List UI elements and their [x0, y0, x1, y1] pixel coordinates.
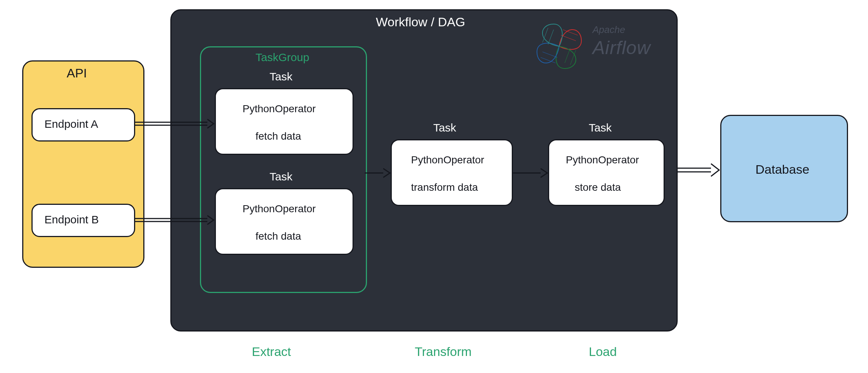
- stage-load: Load: [589, 344, 617, 359]
- svg-line-7: [548, 30, 554, 44]
- task-transform-action: transform data: [411, 181, 478, 193]
- database-title: Database: [755, 162, 809, 177]
- stage-transform: Transform: [415, 344, 472, 359]
- task-fetch-b-operator: PythonOperator: [243, 203, 316, 215]
- task-fetch-a-action: fetch data: [256, 130, 301, 142]
- task-fetch-b: [215, 188, 354, 255]
- airflow-logo-brand-top: Apache: [592, 24, 625, 36]
- airflow-logo-brand-bottom: Airflow: [592, 37, 651, 59]
- stage-extract: Extract: [252, 344, 291, 359]
- task-fetch-b-action: fetch data: [256, 230, 301, 242]
- arrow-endpoint-a-to-fetch-a: [135, 119, 215, 130]
- svg-line-1: [561, 35, 576, 41]
- task-label-fetch-a: Task: [270, 70, 293, 83]
- diagram-canvas: API Endpoint A Endpoint B Workflow / DAG: [0, 0, 868, 373]
- arrow-dag-to-database: [678, 163, 720, 178]
- task-fetch-a: [215, 88, 354, 155]
- task-label-transform: Task: [433, 121, 456, 134]
- dag-title: Workflow / DAG: [376, 15, 465, 29]
- endpoint-b-label: Endpoint B: [44, 213, 99, 226]
- task-label-fetch-b: Task: [270, 170, 293, 183]
- task-transform: [391, 139, 513, 206]
- task-store-action: store data: [575, 181, 621, 193]
- taskgroup-container: [200, 46, 367, 293]
- endpoint-a-label: Endpoint A: [44, 118, 98, 130]
- taskgroup-title: TaskGroup: [256, 51, 309, 64]
- arrow-taskgroup-to-transform: [365, 168, 391, 178]
- task-store-operator: PythonOperator: [566, 154, 639, 166]
- arrow-endpoint-b-to-fetch-b: [135, 215, 215, 226]
- task-label-store: Task: [589, 121, 612, 134]
- task-fetch-a-operator: PythonOperator: [243, 103, 316, 115]
- svg-line-5: [542, 52, 557, 57]
- task-store: [548, 139, 665, 206]
- svg-line-3: [565, 48, 570, 63]
- task-transform-operator: PythonOperator: [411, 154, 484, 166]
- api-title: API: [67, 66, 87, 80]
- arrow-transform-to-store: [513, 168, 548, 178]
